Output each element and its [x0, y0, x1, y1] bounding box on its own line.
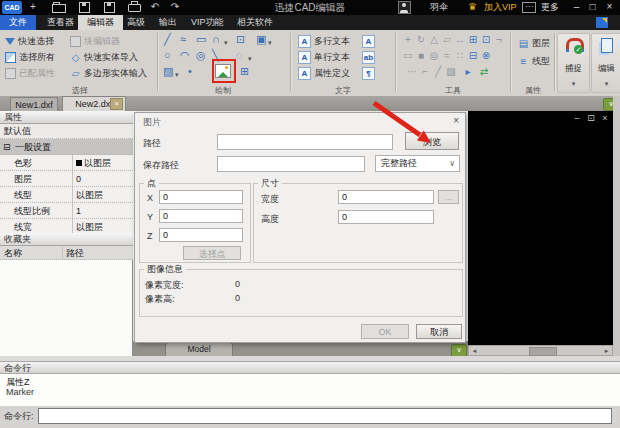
path-mode-select[interactable]: 完整路径 ∨	[375, 155, 460, 172]
more-tools-icon[interactable]: ⋯	[522, 2, 536, 13]
command-history[interactable]: 属性Z Marker	[0, 374, 620, 406]
print-icon[interactable]	[128, 4, 141, 12]
property-row-layer[interactable]: 图层 0	[0, 171, 133, 187]
quick-select-button[interactable]: 快速选择	[5, 34, 54, 48]
command-input[interactable]	[38, 408, 612, 424]
child-close-icon[interactable]: ×	[599, 113, 611, 124]
tab-advanced[interactable]: 高级	[118, 15, 154, 30]
browse-button[interactable]: 浏览	[405, 132, 459, 150]
polyline-tool-icon[interactable]: ≈	[180, 33, 186, 46]
save-as-icon[interactable]	[104, 2, 115, 13]
offset-tool-icon[interactable]: ◎	[428, 50, 440, 62]
chamfer-tool-icon[interactable]: ⌐	[419, 66, 431, 78]
tab-vip-features[interactable]: VIP功能	[182, 15, 233, 30]
join-vip-button[interactable]: 加入VIP	[484, 2, 517, 13]
chevron-down-icon[interactable]: ▾	[248, 52, 252, 65]
default-value-row[interactable]: 默认值	[0, 124, 133, 139]
pencil-icon[interactable]	[596, 17, 608, 28]
chevron-down-icon[interactable]: ▾	[175, 68, 179, 81]
minimize-button[interactable]: –	[570, 0, 583, 14]
linetype-button[interactable]: ≡ 线型	[518, 54, 550, 68]
more-menu[interactable]: 更多	[541, 2, 559, 13]
scrollbar-thumb[interactable]	[529, 347, 557, 356]
spellcheck-icon[interactable]: ab	[362, 51, 375, 64]
align-tool-icon[interactable]: ⊡	[480, 34, 492, 46]
text-style-icon[interactable]: A	[362, 35, 375, 48]
edit-button[interactable]: 编辑 ▾	[591, 33, 620, 93]
entity-import-button[interactable]: ◇ 快速实体导入	[70, 50, 138, 64]
model-tab[interactable]: Model	[165, 342, 233, 356]
username[interactable]: 羽伞	[430, 2, 448, 13]
spline-tool-icon[interactable]: ∩	[212, 33, 220, 46]
copy-tool-icon[interactable]: ▸	[462, 66, 474, 78]
user-avatar-icon[interactable]	[398, 1, 411, 14]
maximize-button[interactable]: □	[586, 0, 599, 14]
array-tool-icon[interactable]: ▱	[441, 34, 453, 46]
property-row-color[interactable]: 色彩 以图层	[0, 155, 133, 171]
x-input[interactable]	[159, 190, 243, 204]
polygon-input-button[interactable]: ▱ 多边形实体输入	[70, 66, 147, 80]
fillet-tool-icon[interactable]: ⋯	[406, 66, 418, 78]
extend-tool-icon[interactable]: ■	[415, 50, 427, 62]
trim-tool-icon[interactable]: ▭	[402, 50, 414, 62]
point-tool-icon[interactable]: •	[188, 65, 192, 78]
ellipse-tool-icon[interactable]: ◎	[196, 49, 206, 62]
new-file-icon[interactable]: +	[26, 0, 40, 14]
chevron-down-icon[interactable]: ▾	[224, 36, 228, 49]
path-input[interactable]	[217, 134, 393, 150]
line-tool-icon[interactable]: ╱	[164, 33, 171, 46]
attribute-define-button[interactable]: A 属性定义	[298, 66, 350, 80]
match-properties-button[interactable]: 已配属性	[5, 66, 55, 80]
break-tool-icon[interactable]: ⊗	[480, 50, 492, 62]
move-tool-icon[interactable]: +	[402, 34, 414, 46]
scroll-left-icon[interactable]: ◂	[470, 347, 479, 355]
text-button[interactable]: A 单行文本	[298, 50, 350, 64]
cancel-button[interactable]: 取消	[416, 324, 462, 339]
arc-tool-icon[interactable]: ◠	[180, 49, 190, 62]
child-restore-icon[interactable]: ⊡	[585, 113, 597, 124]
close-button[interactable]: ×	[603, 0, 616, 14]
properties-panel-header[interactable]: 属性	[0, 111, 133, 124]
rotate-tool-icon[interactable]: ↻	[415, 34, 427, 46]
join-tool-icon[interactable]: ⊟	[467, 50, 479, 62]
region-tool-icon[interactable]: ⊡	[236, 33, 245, 46]
mtext-button[interactable]: A 多行文本	[298, 34, 350, 48]
snap-button[interactable]: ✓ 捕捉 ▾	[557, 33, 590, 93]
save-icon[interactable]	[79, 2, 90, 13]
property-row-linetype[interactable]: 线型 以图层	[0, 187, 133, 203]
crown-icon[interactable]: ♛	[468, 1, 477, 12]
tab-output[interactable]: 输出	[150, 15, 186, 30]
save-path-input[interactable]	[217, 156, 365, 172]
select-point-button[interactable]: 选择点	[183, 246, 241, 260]
general-settings-group-row[interactable]: ⊟ 一般设置	[0, 139, 133, 155]
paragraph-icon[interactable]: ¶	[362, 67, 375, 80]
canvas-viewport[interactable]: – ⊡ ×	[468, 111, 613, 345]
measure-tool-icon[interactable]: ≈	[441, 50, 453, 62]
ok-button[interactable]: OK	[361, 324, 409, 339]
scroll-right-icon[interactable]: ▸	[602, 347, 611, 355]
tab-close-icon[interactable]: ×	[110, 98, 123, 110]
favorites-panel-header[interactable]: 收藏夹	[0, 233, 133, 246]
stretch-tool-icon[interactable]: ↔	[454, 34, 466, 46]
property-row-ltscale[interactable]: 线型比例 1	[0, 203, 133, 219]
chevron-down-icon[interactable]: ▾	[268, 36, 272, 49]
block-editor-button[interactable]: 块编辑器	[70, 34, 120, 48]
width-input[interactable]	[338, 190, 434, 204]
explode-tool-icon[interactable]: ¬	[493, 34, 505, 46]
z-input[interactable]	[159, 228, 243, 242]
tree-collapse-icon[interactable]: ⊟	[3, 139, 11, 155]
y-input[interactable]	[159, 209, 243, 223]
more-size-button[interactable]: ...	[438, 190, 459, 204]
circle-tool-icon[interactable]: ○	[164, 49, 171, 62]
height-input[interactable]	[338, 210, 434, 224]
dialog-close-icon[interactable]: ×	[453, 115, 459, 126]
chevron-down-icon[interactable]: ▾	[592, 80, 620, 88]
chevron-down-icon[interactable]: ▾	[558, 80, 589, 88]
redo-icon[interactable]: ↷	[168, 0, 182, 14]
table-tool-icon[interactable]: ⊞	[240, 65, 249, 78]
select-all-button[interactable]: 选择所有	[5, 50, 55, 64]
undo-icon[interactable]: ↶	[148, 0, 162, 14]
rectangle-tool-icon[interactable]: ▭	[196, 33, 206, 46]
scale-tool-icon[interactable]: ⊞	[467, 34, 479, 46]
tab-related-software[interactable]: 相关软件	[228, 15, 282, 30]
